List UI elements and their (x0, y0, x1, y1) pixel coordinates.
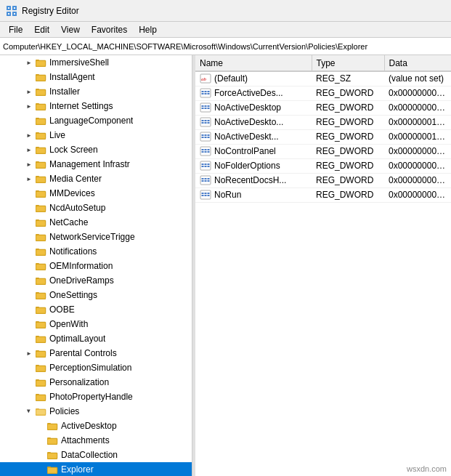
value-name-text: NoControlPanel (214, 146, 276, 156)
tree-panel[interactable]: ► ImmersiveShell► InstallAgent► Installe… (0, 55, 192, 476)
svg-rect-178 (208, 91, 210, 92)
value-name-cell-7[interactable]: NoRecentDocsH... (195, 173, 312, 187)
tree-item-explorer[interactable]: ► Explorer (0, 462, 192, 476)
value-name-cell-0[interactable]: ab (Default) (195, 71, 312, 86)
tree-item-mediacenter[interactable]: ► Media Center (0, 172, 192, 186)
tree-item-parentalcontrols[interactable]: ► Parental Controls (0, 346, 192, 360)
dword-icon (200, 88, 211, 98)
tree-item-attachments[interactable]: ► Attachments (0, 433, 192, 448)
table-row[interactable]: NoActiveDeskto...REG_DWORD0x00000001 (1) (195, 115, 451, 129)
tree-label-onedriveramps: OneDriveRamps (49, 275, 114, 286)
tree-label-explorer: Explorer (61, 464, 94, 475)
tree-item-openwith[interactable]: ► OpenWith (0, 317, 192, 331)
tree-item-notifications[interactable]: ► Notifications (0, 244, 192, 259)
tree-item-activedesktop[interactable]: ► ActiveDesktop (0, 419, 192, 433)
tree-item-lockscreen[interactable]: ► Lock Screen (0, 142, 192, 157)
value-type-cell-2: REG_DWORD (312, 100, 384, 115)
tree-arrow-installer[interactable]: ► (23, 86, 35, 97)
values-panel[interactable]: Name Type Data ab (Default)REG_SZ(value … (195, 55, 451, 476)
value-type-cell-7: REG_DWORD (312, 173, 384, 187)
tree-item-optimallayout[interactable]: ► OptimalLayout (0, 331, 192, 346)
value-name-cell-4[interactable]: NoActiveDeskt... (195, 129, 312, 144)
tree-arrow-lockscreen[interactable]: ► (23, 144, 35, 156)
tree-item-managementinfrastr[interactable]: ► Management Infrastr (0, 157, 192, 172)
value-name-cell-6[interactable]: NoFolderOptions (195, 158, 312, 173)
main-pane: ► ImmersiveShell► InstallAgent► Installe… (0, 55, 451, 476)
menu-item-help[interactable]: Help (133, 23, 163, 36)
tree-label-oobe: OOBE (49, 304, 75, 315)
folder-icon-photopropertyhandle (35, 391, 46, 403)
svg-rect-228 (202, 195, 204, 196)
tree-item-onedriveramps[interactable]: ► OneDriveRamps (0, 273, 192, 288)
col-type-header[interactable]: Type (312, 55, 384, 71)
table-row[interactable]: NoRecentDocsH...REG_DWORD0x00000000 (0) (195, 173, 451, 187)
svg-rect-146 (48, 453, 57, 459)
tree-arrow-mediacenter[interactable]: ► (23, 173, 35, 185)
svg-rect-4 (8, 7, 9, 9)
tree-item-installer[interactable]: ► Installer (0, 84, 192, 99)
tree-item-onesettings[interactable]: ► OneSettings (0, 288, 192, 302)
svg-rect-46 (36, 163, 45, 168)
table-row[interactable]: NoRunREG_DWORD0x00000000 (0) (195, 187, 451, 202)
col-name-header[interactable]: Name (195, 55, 312, 71)
tree-arrow-policies[interactable]: ► (23, 406, 35, 417)
svg-rect-207 (202, 151, 204, 153)
table-row[interactable]: NoActiveDesktopREG_DWORD0x00000000 (0) (195, 100, 451, 115)
tree-arrow-internetsettings[interactable]: ► (23, 100, 35, 112)
table-row[interactable]: NoFolderOptionsREG_DWORD0x00000000 (0) (195, 158, 451, 173)
svg-rect-209 (208, 151, 210, 153)
tree-item-internetsettings[interactable]: ► Internet Settings (0, 99, 192, 113)
tree-item-networkservicetrigge[interactable]: ► NetworkServiceTrigge (0, 230, 192, 244)
svg-rect-187 (205, 108, 207, 109)
value-name-cell-2[interactable]: NoActiveDesktop (195, 100, 312, 115)
value-name-cell-5[interactable]: NoControlPanel (195, 144, 312, 158)
svg-rect-195 (208, 122, 210, 124)
menu-item-favorites[interactable]: Favorites (86, 23, 133, 36)
svg-rect-216 (208, 166, 210, 167)
tree-item-installagent[interactable]: ► InstallAgent (0, 70, 192, 84)
col-data-header[interactable]: Data (384, 55, 451, 71)
values-table: Name Type Data ab (Default)REG_SZ(value … (195, 55, 451, 203)
tree-item-immersiveshell[interactable]: ► ImmersiveShell (0, 55, 192, 70)
tree-item-ncdautosetup[interactable]: ► NcdAutoSetup (0, 201, 192, 215)
tree-item-languagecomponent[interactable]: ► LanguageComponent (0, 113, 192, 128)
menu-item-file[interactable]: File (3, 23, 28, 36)
svg-rect-111 (36, 352, 45, 357)
svg-rect-190 (202, 120, 204, 121)
menu-item-view[interactable]: View (55, 23, 86, 36)
value-name-text: NoActiveDeskto... (214, 117, 283, 127)
tree-item-policies[interactable]: ► Policies (0, 404, 192, 419)
tree-item-perceptionsimulation[interactable]: ► PerceptionSimulation (0, 360, 192, 375)
svg-rect-198 (205, 134, 207, 136)
tree-item-oeminformation[interactable]: ► OEMInformation (0, 259, 192, 273)
menu-item-edit[interactable]: Edit (28, 23, 55, 36)
tree-item-live[interactable]: ► Live (0, 128, 192, 142)
tree-item-datacollection[interactable]: ► DataCollection (0, 448, 192, 462)
value-name-cell-3[interactable]: NoActiveDeskto... (195, 115, 312, 129)
folder-icon-openwith (35, 318, 46, 330)
tree-arrow-immersiveshell[interactable]: ► (23, 57, 35, 68)
tree-item-personalization[interactable]: ► Personalization (0, 375, 192, 390)
svg-rect-177 (205, 91, 207, 92)
folder-icon-personalization (35, 376, 46, 388)
tree-label-parentalcontrols: Parental Controls (49, 348, 117, 358)
svg-rect-36 (36, 134, 45, 139)
value-type-cell-0: REG_SZ (312, 71, 384, 86)
svg-rect-227 (208, 193, 210, 194)
table-row[interactable]: ab (Default)REG_SZ(value not set) (195, 71, 451, 86)
table-row[interactable]: ForceActiveDes...REG_DWORD0x00000000 (0) (195, 86, 451, 100)
tree-arrow-parentalcontrols[interactable]: ► (23, 347, 35, 359)
svg-rect-66 (36, 221, 45, 226)
tree-item-oobe[interactable]: ► OOBE (0, 302, 192, 317)
tree-item-netcache[interactable]: ► NetCache (0, 215, 192, 230)
dword-icon (200, 190, 211, 200)
tree-arrow-live[interactable]: ► (23, 129, 35, 141)
tree-item-mmdevices[interactable]: ► MMDevices (0, 186, 192, 201)
table-row[interactable]: NoControlPanelREG_DWORD0x00000000 (0) (195, 144, 451, 158)
value-name-cell-1[interactable]: ForceActiveDes... (195, 86, 312, 100)
tree-arrow-managementinfrastr[interactable]: ► (23, 158, 35, 170)
table-row[interactable]: NoActiveDeskt...REG_DWORD0x00000001 (1) (195, 129, 451, 144)
value-name-cell-8[interactable]: NoRun (195, 187, 312, 202)
tree-item-photopropertyhandle[interactable]: ► PhotoPropertyHandle (0, 390, 192, 404)
tree-label-networkservicetrigge: NetworkServiceTrigge (49, 232, 135, 242)
